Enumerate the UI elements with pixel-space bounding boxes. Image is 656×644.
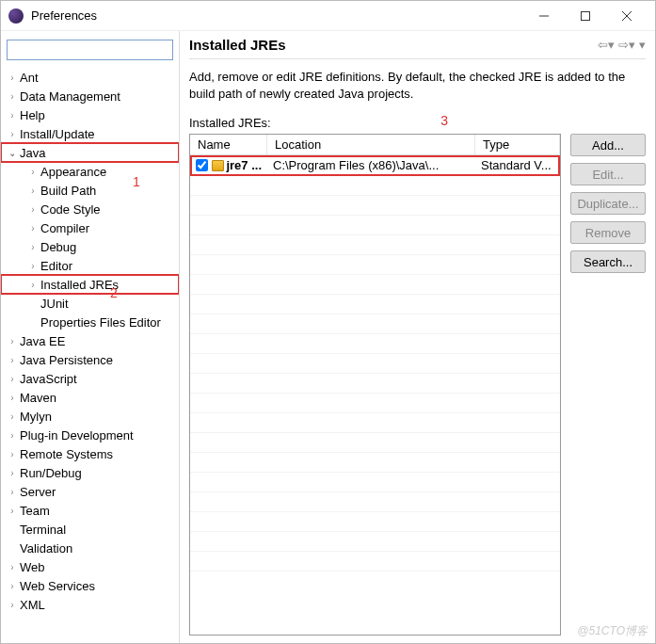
empty-row bbox=[190, 453, 560, 473]
back-icon[interactable]: ⇦▾ bbox=[598, 38, 615, 52]
chevron-right-icon: › bbox=[7, 468, 18, 478]
tree-item-label: Team bbox=[18, 504, 52, 518]
chevron-right-icon: › bbox=[27, 261, 39, 271]
tree-item-label: Java Persistence bbox=[18, 353, 115, 367]
empty-row bbox=[190, 255, 560, 275]
tree-item-appearance[interactable]: ›Appearance bbox=[1, 162, 179, 181]
tree-item-xml[interactable]: ›XML bbox=[1, 595, 179, 614]
tree-item-validation[interactable]: Validation bbox=[1, 539, 179, 557]
empty-row bbox=[190, 216, 560, 235]
tree-item-ant[interactable]: ›Ant bbox=[1, 68, 179, 87]
minimize-button[interactable] bbox=[523, 3, 565, 29]
add-button[interactable]: Add... bbox=[570, 134, 646, 156]
tree-item-label: Help bbox=[18, 108, 47, 122]
tree-item-installed-jres[interactable]: ›Installed JREs bbox=[1, 275, 179, 294]
tree-item-label: Web Services bbox=[18, 579, 97, 593]
cell-name: jre7 ... bbox=[190, 158, 267, 172]
svg-rect-1 bbox=[582, 11, 590, 20]
page-title: Installed JREs bbox=[189, 37, 598, 53]
duplicate-button[interactable]: Duplicate... bbox=[570, 192, 646, 215]
tree-item-label: Terminal bbox=[18, 523, 68, 537]
tree-item-label: Ant bbox=[18, 71, 40, 85]
tree-item-label: JUnit bbox=[39, 297, 71, 311]
tree-item-web[interactable]: ›Web bbox=[1, 557, 179, 576]
chevron-right-icon: › bbox=[7, 110, 18, 121]
tree-item-java-ee[interactable]: ›Java EE bbox=[1, 331, 179, 350]
annotation-1: 1 bbox=[133, 174, 140, 189]
empty-row bbox=[190, 512, 560, 532]
forward-icon[interactable]: ⇨▾ bbox=[618, 38, 635, 52]
jre-icon bbox=[212, 160, 224, 171]
close-button[interactable] bbox=[606, 3, 648, 29]
tree-item-label: Mylyn bbox=[18, 410, 54, 424]
tree-item-junit[interactable]: JUnit bbox=[1, 294, 179, 313]
tree-item-editor[interactable]: ›Editor bbox=[1, 256, 179, 275]
tree-item-label: Editor bbox=[39, 259, 74, 273]
tree-item-label: Run/Debug bbox=[18, 466, 84, 480]
nav-arrows: ⇦▾ ⇨▾ ▾ bbox=[598, 38, 646, 52]
col-location[interactable]: Location bbox=[267, 135, 475, 154]
content-row: Name Location Type jre7 ...C:\Program Fi… bbox=[189, 134, 646, 636]
empty-row bbox=[190, 314, 560, 334]
eclipse-icon bbox=[8, 8, 24, 24]
jre-table[interactable]: Name Location Type jre7 ...C:\Program Fi… bbox=[189, 134, 561, 636]
tree-item-team[interactable]: ›Team bbox=[1, 501, 179, 520]
tree-item-mylyn[interactable]: ›Mylyn bbox=[1, 407, 179, 426]
tree-item-data-management[interactable]: ›Data Management bbox=[1, 87, 179, 105]
search-button[interactable]: Search... bbox=[570, 250, 646, 273]
tree-item-label: Debug bbox=[39, 240, 78, 254]
annotation-3: 3 bbox=[440, 113, 448, 128]
tree-item-label: Data Management bbox=[18, 89, 122, 104]
jre-checkbox[interactable] bbox=[196, 159, 208, 171]
page-description: Add, remove or edit JRE definitions. By … bbox=[189, 69, 646, 103]
filter-input[interactable] bbox=[7, 40, 173, 60]
tree-item-web-services[interactable]: ›Web Services bbox=[1, 576, 179, 595]
remove-button[interactable]: Remove bbox=[570, 221, 646, 244]
tree-item-remote-systems[interactable]: ›Remote Systems bbox=[1, 444, 179, 463]
tree-item-maven[interactable]: ›Maven bbox=[1, 388, 179, 407]
tree-item-java[interactable]: ⌄Java bbox=[1, 143, 179, 162]
tree-item-plug-in-development[interactable]: ›Plug-in Development bbox=[1, 426, 179, 444]
edit-button[interactable]: Edit... bbox=[570, 163, 646, 185]
chevron-right-icon: › bbox=[27, 204, 39, 215]
tree-item-install-update[interactable]: ›Install/Update bbox=[1, 124, 179, 143]
empty-row bbox=[190, 354, 560, 374]
chevron-right-icon: › bbox=[27, 185, 39, 196]
tree-item-server[interactable]: ›Server bbox=[1, 482, 179, 501]
chevron-right-icon: › bbox=[7, 506, 18, 516]
page-header: Installed JREs ⇦▾ ⇨▾ ▾ bbox=[189, 37, 646, 59]
empty-row bbox=[190, 295, 560, 314]
tree-item-terminal[interactable]: Terminal bbox=[1, 520, 179, 539]
tree-item-run-debug[interactable]: ›Run/Debug bbox=[1, 463, 179, 482]
chevron-right-icon: › bbox=[27, 242, 39, 252]
empty-row bbox=[190, 433, 560, 453]
left-pane: ›Ant›Data Management›Help›Install/Update… bbox=[1, 31, 180, 643]
tree-item-label: Java EE bbox=[18, 334, 67, 348]
empty-row bbox=[190, 196, 560, 216]
button-column: Add... Edit... Duplicate... Remove Searc… bbox=[570, 134, 646, 636]
tree-item-code-style[interactable]: ›Code Style bbox=[1, 200, 179, 218]
chevron-right-icon: › bbox=[7, 393, 18, 403]
table-row[interactable]: jre7 ...C:\Program Files (x86)\Java\...S… bbox=[190, 155, 560, 176]
maximize-button[interactable] bbox=[565, 3, 606, 29]
cell-type: Standard V... bbox=[475, 158, 560, 172]
tree-item-build-path[interactable]: ›Build Path bbox=[1, 181, 179, 200]
tree-item-help[interactable]: ›Help bbox=[1, 105, 179, 124]
chevron-right-icon: › bbox=[7, 374, 18, 384]
tree-item-javascript[interactable]: ›JavaScript bbox=[1, 369, 179, 388]
table-header: Name Location Type bbox=[190, 135, 560, 155]
chevron-right-icon: › bbox=[7, 91, 18, 102]
empty-row bbox=[190, 473, 560, 492]
chevron-right-icon: › bbox=[27, 223, 39, 233]
empty-row bbox=[190, 275, 560, 295]
cell-location: C:\Program Files (x86)\Java\... bbox=[267, 158, 475, 172]
col-type[interactable]: Type bbox=[475, 135, 560, 154]
tree-item-debug[interactable]: ›Debug bbox=[1, 237, 179, 256]
menu-icon[interactable]: ▾ bbox=[639, 38, 646, 52]
category-tree[interactable]: ›Ant›Data Management›Help›Install/Update… bbox=[1, 66, 179, 643]
tree-item-compiler[interactable]: ›Compiler bbox=[1, 218, 179, 237]
tree-item-java-persistence[interactable]: ›Java Persistence bbox=[1, 350, 179, 369]
titlebar: Preferences bbox=[1, 1, 655, 31]
col-name[interactable]: Name bbox=[190, 135, 267, 154]
tree-item-properties-files-editor[interactable]: Properties Files Editor bbox=[1, 313, 179, 331]
